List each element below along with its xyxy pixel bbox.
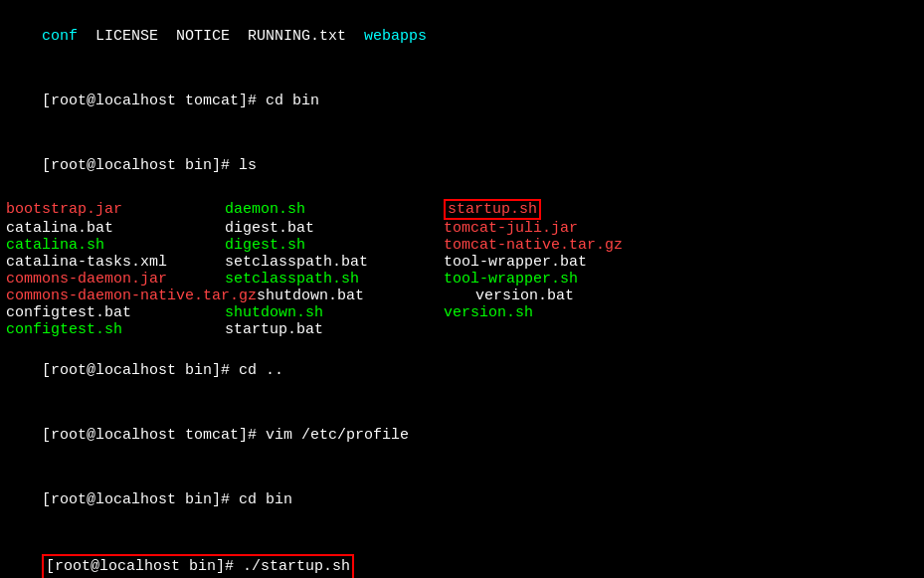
cmd-startup-sh: [root@localhost bin]# ./startup.sh [6, 533, 918, 579]
file-configtest-bat: configtest.bat [6, 304, 131, 321]
header-line: conf LICENSE NOTICE RUNNING.txt webapps [6, 4, 918, 69]
prompt-bin-ls: [root@localhost bin]# ls [42, 157, 257, 174]
cmd-cd-dotdot: [root@localhost bin]# cd .. [6, 338, 918, 403]
header-middle: LICENSE NOTICE RUNNING.txt [78, 28, 364, 45]
cmd-ls: [root@localhost bin]# ls [6, 134, 918, 199]
file-setclasspath-sh: setclasspath.sh [225, 271, 359, 288]
file-bootstrap-jar: bootstrap.jar [6, 201, 122, 218]
file-catalina-sh: catalina.sh [6, 237, 104, 254]
file-row-1: bootstrap.jar daemon.sh startup.sh [6, 199, 918, 220]
file-digest-bat: digest.bat [225, 220, 314, 237]
file-startup-sh-boxed: startup.sh [444, 199, 541, 220]
file-row-4: catalina-tasks.xml setclasspath.bat tool… [6, 254, 918, 271]
file-commons-daemon-jar: commons-daemon.jar [6, 271, 167, 288]
file-tomcat-juli-jar: tomcat-juli.jar [444, 220, 578, 237]
file-shutdown-bat: shutdown.bat [257, 288, 364, 304]
file-version-bat: version.bat [475, 288, 574, 304]
file-tool-wrapper-sh: tool-wrapper.sh [444, 271, 578, 288]
file-catalina-bat: catalina.bat [6, 220, 113, 237]
file-tomcat-native-tar: tomcat-native.tar.gz [444, 237, 623, 254]
file-tool-wrapper-bat: tool-wrapper.bat [444, 254, 587, 271]
file-catalina-tasks: catalina-tasks.xml [6, 254, 167, 271]
file-digest-sh: digest.sh [225, 237, 305, 254]
terminal: conf LICENSE NOTICE RUNNING.txt webapps … [6, 4, 918, 578]
file-row-7: configtest.bat shutdown.sh version.sh [6, 304, 918, 321]
file-row-6: commons-daemon-native.tar.gz shutdown.ba… [6, 288, 918, 304]
file-row-3: catalina.sh digest.sh tomcat-native.tar.… [6, 237, 918, 254]
file-version-sh: version.sh [444, 304, 533, 321]
cmd-cd-bin-2: [root@localhost bin]# cd bin [6, 468, 918, 532]
file-commons-daemon-native: commons-daemon-native.tar.gz [6, 288, 257, 304]
file-row-5: commons-daemon.jar setclasspath.sh tool-… [6, 271, 918, 288]
file-shutdown-sh: shutdown.sh [225, 304, 323, 321]
conf-text: conf [42, 28, 78, 45]
file-setclasspath-bat: setclasspath.bat [225, 254, 368, 271]
file-daemon-sh: daemon.sh [225, 201, 305, 218]
file-row-2: catalina.bat digest.bat tomcat-juli.jar [6, 220, 918, 237]
prompt-tomcat: [root@localhost tomcat]# cd bin [42, 93, 319, 109]
file-configtest-sh: configtest.sh [6, 321, 122, 338]
cmd-cd-bin: [root@localhost tomcat]# cd bin [6, 69, 918, 133]
cmd-vim-profile: [root@localhost tomcat]# vim /etc/profil… [6, 403, 918, 468]
startup-sh-command-box: [root@localhost bin]# ./startup.sh [42, 554, 354, 578]
file-row-8: configtest.sh startup.bat [6, 321, 918, 338]
file-startup-bat: startup.bat [225, 321, 323, 338]
webapps-text: webapps [364, 28, 427, 45]
file-listing: bootstrap.jar daemon.sh startup.sh catal… [6, 199, 918, 338]
